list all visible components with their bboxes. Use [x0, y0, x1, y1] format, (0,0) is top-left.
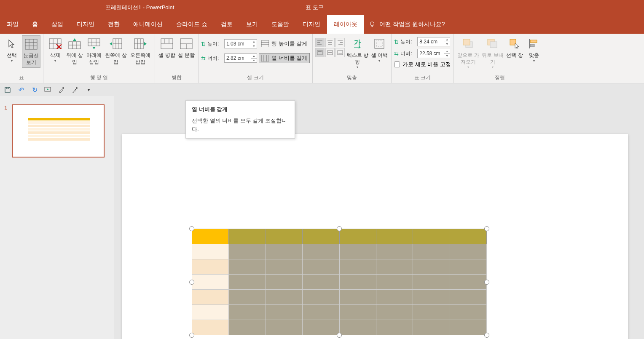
select-button[interactable]: 선택 ▾: [3, 35, 21, 65]
align-bottom[interactable]: [335, 48, 345, 57]
spin-up[interactable]: ▲: [251, 40, 257, 44]
tooltip-title: 열 너비를 같게: [192, 106, 289, 113]
bring-forward-button[interactable]: 앞으로 가져오기 ▾: [456, 35, 480, 72]
resize-handle-s[interactable]: [337, 333, 342, 338]
tab-file[interactable]: 파일: [0, 15, 25, 34]
split-cells-icon: [180, 37, 193, 51]
cell-width-input[interactable]: 2.82 cm ▲▼: [224, 53, 257, 63]
resize-handle-e[interactable]: [484, 280, 489, 285]
cell-margins-button[interactable]: 셀 여백 ▾: [370, 35, 389, 65]
cell-margins-icon: [373, 37, 386, 51]
tab-table-design[interactable]: 디자인: [296, 15, 327, 34]
cell-height-label: 높이:: [207, 40, 223, 48]
save-button[interactable]: [3, 85, 12, 94]
align-left[interactable]: [315, 38, 325, 47]
selection-pane-icon: [508, 37, 521, 51]
slide-number: 1: [4, 104, 9, 157]
tab-insert[interactable]: 삽입: [45, 15, 70, 34]
eyedropper-button[interactable]: [57, 85, 66, 94]
table-width-label: 너비:: [400, 50, 416, 57]
delete-button[interactable]: 삭제 ▾: [46, 35, 64, 65]
distribute-rows-button[interactable]: 행 높이를 같게: [259, 39, 310, 49]
svg-rect-57: [375, 39, 384, 48]
insert-below-button[interactable]: 아래에 삽입: [85, 35, 103, 67]
merge-cells-icon: [160, 37, 174, 51]
svg-rect-35: [261, 40, 269, 47]
undo-button[interactable]: ↶: [17, 85, 25, 94]
tab-home[interactable]: 홈: [25, 15, 45, 34]
tab-review[interactable]: 검토: [214, 15, 239, 34]
distribute-rows-icon: [261, 40, 269, 47]
distribute-cols-button[interactable]: 열 너비를 같게: [259, 53, 310, 63]
resize-handle-se[interactable]: [484, 333, 489, 338]
text-direction-button[interactable]: 가 텍스트 방향 ▾: [346, 35, 369, 72]
ribbon-tabs: 파일 홈 삽입 디자인 전환 애니메이션 슬라이드 쇼 검토 보기 도움말 디자…: [0, 15, 644, 34]
tab-table-layout[interactable]: 레이아웃: [327, 15, 364, 34]
tab-animations[interactable]: 애니메이션: [126, 15, 169, 34]
tab-design[interactable]: 디자인: [70, 15, 101, 34]
eyedropper2-button[interactable]: [71, 85, 79, 94]
resize-handle-w[interactable]: [189, 280, 194, 285]
distribute-cols-icon: [261, 55, 269, 61]
table-height-input[interactable]: 8.24 cm ▲▼: [417, 37, 450, 46]
table-width-input[interactable]: 22.58 cm ▲▼: [417, 49, 450, 58]
align-objects-icon: [527, 37, 541, 51]
start-from-beginning-button[interactable]: [44, 85, 52, 94]
lock-aspect-checkbox[interactable]: 가로 세로 비율 고정: [394, 61, 451, 68]
text-direction-icon: 가: [351, 37, 364, 51]
qat-customize[interactable]: ▾: [84, 85, 93, 94]
delete-table-icon: [48, 37, 62, 51]
width-arrows-icon: ⇆: [201, 55, 206, 61]
merge-cells-button[interactable]: 셀 병합: [158, 35, 176, 61]
bring-forward-icon: [462, 37, 475, 51]
selected-table[interactable]: [192, 229, 487, 335]
align-top[interactable]: [315, 48, 325, 57]
svg-rect-60: [463, 39, 470, 45]
view-gridlines-button[interactable]: 눈금선 보기: [22, 35, 40, 68]
workspace: 1 열 너비를 같게 선택한 열의 너비를 모두 같게 조절합니다.: [0, 96, 644, 339]
group-rows-cols: 삭제 ▾ 위에 삽입 아래에 삽입 왼쪽에 삽입 오른쪽에 삽입 행 및 열: [43, 34, 155, 83]
align-right[interactable]: [335, 38, 345, 47]
spin-up[interactable]: ▲: [251, 54, 257, 59]
align-center[interactable]: [325, 38, 335, 47]
document-title: 프레젠테이션1 - PowerPoint: [105, 4, 174, 11]
ribbon: 선택 ▾ 눈금선 보기 표 삭제 ▾ 위에 삽입 아래에 삽입: [0, 34, 644, 83]
tab-help[interactable]: 도움말: [265, 15, 296, 34]
spin-down[interactable]: ▼: [251, 59, 257, 63]
resize-handle-ne[interactable]: [484, 226, 489, 231]
table-width-arrows-icon: ⇆: [394, 51, 399, 57]
svg-rect-62: [490, 42, 497, 48]
slide-thumbnail-1[interactable]: [12, 104, 105, 157]
cell-height-input[interactable]: 1.03 cm ▲▼: [224, 39, 257, 48]
group-merge: 셀 병합 셀 분할 병합: [155, 34, 199, 83]
tab-view[interactable]: 보기: [239, 15, 265, 34]
cursor-icon: [5, 37, 19, 51]
redo-button[interactable]: ↻: [30, 85, 39, 94]
slide-1[interactable]: [122, 134, 628, 339]
insert-above-button[interactable]: 위에 삽입: [65, 35, 84, 67]
send-backward-button[interactable]: 뒤로 보내기 ▾: [481, 35, 504, 72]
insert-left-icon: [109, 37, 123, 51]
insert-right-icon: [134, 37, 147, 51]
svg-rect-66: [530, 44, 534, 47]
tab-slideshow[interactable]: 슬라이드 쇼: [169, 15, 214, 34]
tell-me-search[interactable]: 어떤 작업을 원하시나요?: [368, 15, 445, 34]
insert-left-button[interactable]: 왼쪽에 삽입: [104, 35, 128, 67]
lightbulb-icon: [368, 21, 376, 28]
selection-pane-button[interactable]: 선택 창: [505, 35, 524, 61]
insert-right-button[interactable]: 오른쪽에 삽입: [129, 35, 152, 67]
group-cell-size: ⇅ 높이: 1.03 cm ▲▼ 행 높이를 같게 ⇆ 너비: 2.82: [199, 34, 313, 83]
table-height-arrows-icon: ⇅: [394, 39, 399, 45]
align-button[interactable]: 맞춤 ▾: [525, 35, 543, 65]
svg-rect-61: [488, 39, 494, 45]
resize-handle-nw[interactable]: [189, 226, 194, 231]
resize-handle-sw[interactable]: [189, 333, 194, 338]
cell-width-label: 너비:: [207, 55, 223, 62]
resize-handle-n[interactable]: [337, 226, 342, 231]
slide-canvas-area[interactable]: 열 너비를 같게 선택한 열의 너비를 모두 같게 조절합니다.: [114, 96, 644, 339]
tab-transitions[interactable]: 전환: [101, 15, 126, 34]
split-cells-button[interactable]: 셀 분할: [177, 35, 196, 61]
spin-down[interactable]: ▼: [251, 44, 257, 48]
height-arrows-icon: ⇅: [201, 41, 206, 47]
align-middle[interactable]: [325, 48, 335, 57]
